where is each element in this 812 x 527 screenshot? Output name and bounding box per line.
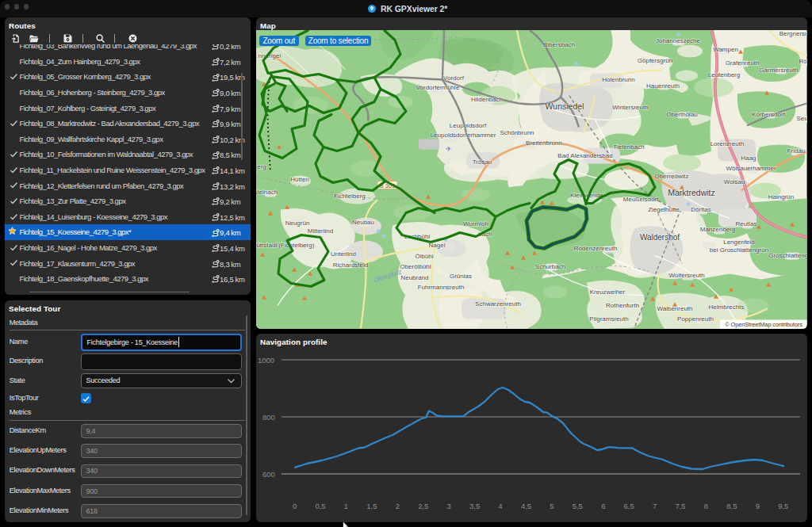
svg-text:Rothenfurth: Rothenfurth — [606, 301, 639, 308]
svg-text:3,5: 3,5 — [469, 502, 480, 510]
svg-text:Trösau: Trösau — [473, 158, 492, 165]
svg-text:Grünlas: Grünlas — [450, 272, 472, 279]
svg-text:Wolfersreuth: Wolfersreuth — [668, 271, 704, 278]
svg-text:8: 8 — [704, 502, 708, 510]
svg-text:Mitterlind: Mitterlind — [308, 227, 333, 234]
svg-text:3: 3 — [447, 502, 451, 510]
svg-text:Hauenreuth: Hauenreuth — [646, 82, 680, 89]
svg-text:4,5: 4,5 — [521, 502, 531, 510]
svg-text:8,5: 8,5 — [726, 502, 737, 510]
svg-text:Fichtelberg: Fichtelberg — [334, 192, 366, 199]
svg-text:Hütten: Hütten — [290, 175, 309, 182]
svg-text:Oberölbühl: Oberölbühl — [400, 262, 431, 269]
svg-text:Dörflas: Dörflas — [691, 205, 710, 212]
svg-text:2,5: 2,5 — [418, 502, 428, 510]
svg-text:Fridau: Fridau — [787, 147, 806, 154]
svg-text:Johanneszeche: Johanneszeche — [656, 36, 701, 44]
svg-text:Meußelsdorf: Meußelsdorf — [623, 195, 659, 202]
svg-text:7: 7 — [653, 502, 657, 510]
svg-text:Reutlas: Reutlas — [735, 220, 756, 227]
svg-text:Rodenzenreuth: Rodenzenreuth — [574, 244, 618, 251]
svg-text:Wurmloh: Wurmloh — [463, 220, 488, 227]
svg-text:Helmbrechts: Helmbrechts — [709, 303, 745, 310]
svg-text:Bibersbach: Bibersbach — [543, 40, 575, 48]
svg-text:Kreuzweiher: Kreuzweiher — [590, 288, 626, 295]
svg-text:Schönbrunn: Schönbrunn — [500, 128, 534, 136]
svg-text:Leutenberg: Leutenberg — [708, 71, 740, 78]
svg-text:Oberredwitz: Oberredwitz — [654, 172, 688, 179]
svg-text:Waldershof: Waldershof — [640, 232, 680, 241]
svg-text:Wölsauerhammer: Wölsauerhammer — [726, 164, 776, 171]
svg-text:Garmersreuth: Garmersreuth — [759, 66, 798, 73]
svg-text:Wunsiedel: Wunsiedel — [546, 101, 584, 110]
svg-text:Vordorfermühle: Vordorfermühle — [416, 83, 460, 90]
svg-text:Seuß: Seuß — [796, 114, 806, 121]
svg-text:Bad Alexandersbad: Bad Alexandersbad — [557, 151, 612, 158]
svg-text:Göpfersgrün: Göpfersgrün — [638, 56, 672, 63]
svg-text:Fuhrmannsreuth: Fuhrmannsreuth — [418, 283, 465, 290]
svg-text:Wampen: Wampen — [713, 45, 738, 52]
svg-text:Korbersdorf: Korbersdorf — [752, 110, 786, 117]
svg-text:Leupoldsdorferhammer: Leupoldsdorferhammer — [431, 131, 496, 138]
svg-text:Lengenfeld: Lengenfeld — [723, 238, 755, 245]
svg-text:Neubau: Neubau — [352, 218, 374, 225]
svg-text:6,5: 6,5 — [624, 502, 634, 510]
svg-text:5: 5 — [550, 502, 553, 510]
svg-text:erg: erg — [257, 162, 266, 170]
svg-text:1,5: 1,5 — [366, 502, 377, 510]
svg-text:600: 600 — [262, 470, 275, 479]
svg-text:Neugrün: Neugrün — [285, 219, 310, 226]
svg-text:Bergnersreuth: Bergnersreuth — [779, 30, 807, 37]
svg-text:Poppenreuth: Poppenreuth — [677, 315, 714, 322]
svg-text:Haag: Haag — [741, 154, 756, 161]
svg-text:1: 1 — [344, 502, 348, 510]
svg-text:9,5: 9,5 — [778, 502, 788, 510]
svg-text:Breitenbrunn: Breitenbrunn — [526, 139, 562, 146]
svg-text:Wolsau: Wolsau — [724, 178, 745, 185]
svg-text:Wintersreuth: Wintersreuth — [612, 103, 648, 110]
svg-text:© OpenStreetMap contributors: © OpenStreetMap contributors — [725, 320, 802, 327]
svg-text:0: 0 — [293, 502, 297, 510]
svg-text:5,5: 5,5 — [573, 502, 583, 510]
svg-text:nsteinach: nsteinach — [256, 188, 278, 195]
svg-text:✈: ✈ — [446, 144, 452, 152]
svg-text:Oberthölau: Oberthölau — [666, 110, 698, 117]
svg-text:Hildenbach: Hildenbach — [471, 95, 503, 102]
svg-text:Neubrand: Neubrand — [400, 273, 428, 281]
svg-text:Grafenreuth: Grafenreuth — [726, 59, 760, 66]
svg-text:2: 2 — [396, 502, 400, 510]
svg-text:Holenbrunn: Holenbrunn — [602, 75, 634, 82]
svg-text:6: 6 — [601, 502, 605, 510]
svg-text:Röth: Röth — [799, 57, 807, 64]
svg-text:Schwarzenreuth: Schwarzenreuth — [475, 300, 521, 307]
svg-text:0,5: 0,5 — [315, 502, 325, 510]
svg-text:Unterlind: Unterlind — [331, 250, 356, 257]
svg-text:Vordorf: Vordorf — [443, 74, 465, 81]
svg-text:800: 800 — [262, 413, 275, 422]
svg-text:Pilgramsreuth: Pilgramsreuth — [589, 315, 628, 322]
svg-text:Leupoldsdorf: Leupoldsdorf — [450, 121, 487, 128]
svg-text:Schurbach: Schurbach — [535, 262, 565, 269]
svg-text:Marktredwitz: Marktredwitz — [668, 187, 715, 197]
svg-text:1000: 1000 — [258, 356, 274, 365]
svg-text:4: 4 — [498, 502, 502, 510]
svg-text:Walbenreuth: Walbenreuth — [657, 304, 692, 311]
svg-text:Haingrün: Haingrün — [768, 193, 794, 200]
svg-text:Ziegelhütte: Ziegelhütte — [648, 205, 680, 212]
svg-text:Richardsfeld: Richardsfeld — [333, 261, 368, 268]
svg-text:9: 9 — [756, 502, 760, 510]
svg-text:Lorenzreuth: Lorenzreuth — [710, 139, 745, 147]
svg-text:Manzenberg: Manzenberg — [700, 225, 735, 232]
svg-text:Tiefenbach: Tiefenbach — [613, 143, 644, 150]
svg-text:bei Groschlattengrün: bei Groschlattengrün — [710, 246, 768, 253]
svg-text:7,5: 7,5 — [675, 502, 685, 510]
svg-text:Hüttstadl (Fichtelberg): Hüttstadl (Fichtelberg) — [256, 241, 315, 248]
svg-text:Ölbühl: Ölbühl — [415, 252, 433, 259]
svg-text:Groschlattengrün: Groschlattengrün — [768, 251, 806, 258]
